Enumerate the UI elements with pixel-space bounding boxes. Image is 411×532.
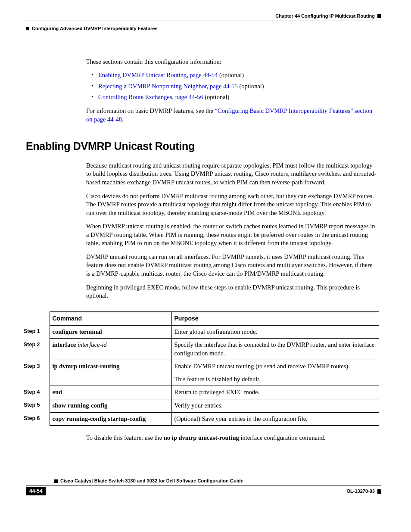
purpose-cell: Enter global configuration mode. — [171, 325, 379, 339]
disable-note: To disable this feature, use the no ip d… — [86, 434, 377, 442]
steps-table: Command Purpose Step 1 configure termina… — [24, 311, 379, 426]
empty-cell — [24, 312, 50, 325]
footer-square-icon — [54, 479, 58, 483]
disable-prefix: To disable this feature, use the — [86, 434, 164, 441]
table-header-row: Command Purpose — [24, 312, 379, 325]
list-item: Rejecting a DVMRP Nonpruning Neighbor, p… — [90, 82, 377, 91]
cmd-text: ip dvmrp unicast-routing — [53, 363, 120, 370]
step-label: Step 5 — [24, 399, 50, 412]
th-command: Command — [50, 312, 171, 325]
footer-title: Cisco Catalyst Blade Switch 3130 and 303… — [60, 478, 243, 483]
body-para: Beginning in privileged EXEC mode, follo… — [86, 283, 377, 300]
footer: Cisco Catalyst Blade Switch 3130 and 303… — [26, 478, 381, 495]
step-label: Step 6 — [24, 412, 50, 426]
page-number-badge: 44-54 — [26, 487, 46, 495]
header-chapter: Chapter 44 Configuring IP Multicast Rout… — [275, 13, 375, 19]
step-label: Step 4 — [24, 386, 50, 399]
disable-suffix: interface configuration command. — [239, 434, 326, 441]
cmd-text: show running-config — [53, 402, 108, 409]
cmd-cell: end — [50, 386, 171, 399]
step-label: Step 3 — [24, 360, 50, 386]
cmd-cell: show running-config — [50, 399, 171, 412]
purpose-cell: Specify the interface that is connected … — [171, 339, 379, 360]
cmd-cell: copy running-config startup-config — [50, 412, 171, 426]
content-area: These sections contain this configuratio… — [86, 58, 377, 124]
link-enabling[interactable]: Enabling DVMRP Unicast Routing, page 44-… — [98, 72, 218, 78]
doc-id-bar-icon — [377, 489, 381, 494]
cmd-text: configure terminal — [53, 328, 102, 335]
intro-lead: These sections contain this configuratio… — [86, 58, 377, 66]
document-page: Chapter 44 Configuring IP Multicast Rout… — [0, 0, 411, 508]
table-row: Step 5 show running-config Verify your e… — [24, 399, 379, 412]
body-paragraphs: Because multicast routing and unicast ro… — [86, 162, 377, 300]
body-para: Because multicast routing and unicast ro… — [86, 162, 377, 187]
step-label: Step 2 — [24, 339, 50, 360]
purpose-cell: Enable DVMRP unicast routing (to send an… — [171, 360, 379, 373]
more-prefix: For information on basic DVMRP features,… — [86, 107, 215, 114]
cmd-arg: interface-id — [76, 341, 106, 348]
table-row: Step 6 copy running-config startup-confi… — [24, 412, 379, 426]
header-chapter-line: Chapter 44 Configuring IP Multicast Rout… — [26, 13, 381, 19]
disable-cmd: no ip dvmrp unicast-routing — [164, 434, 239, 441]
section-heading: Enabling DVMRP Unicast Routing — [26, 139, 381, 154]
body-para: DVMRP unicast routing can run on all int… — [86, 253, 377, 278]
more-suffix: . — [122, 116, 124, 123]
bullet-suffix: (optional) — [238, 83, 264, 90]
link-rejecting[interactable]: Rejecting a DVMRP Nonpruning Neighbor, p… — [98, 83, 238, 90]
body-para: When DVMRP unicast routing is enabled, t… — [86, 222, 377, 248]
bullet-suffix: (optional) — [203, 93, 230, 100]
table-row: Step 3 ip dvmrp unicast-routing Enable D… — [24, 360, 379, 373]
step-label: Step 1 — [24, 325, 50, 339]
doc-id: OL-13270-03 — [347, 488, 375, 494]
intro-more: For information on basic DVMRP features,… — [86, 107, 377, 124]
header-section: Configuring Advanced DVMRP Interoperabil… — [32, 25, 158, 32]
bullet-suffix: (optional) — [218, 72, 244, 78]
cmd-cell: interface interface-id — [50, 339, 171, 360]
purpose-cell: (Optional) Save your entries in the conf… — [171, 412, 379, 426]
header-section-line: Configuring Advanced DVMRP Interoperabil… — [26, 25, 381, 32]
cmd-cell: ip dvmrp unicast-routing — [50, 360, 171, 386]
list-item: Controlling Route Exchanges, page 44-56 … — [90, 93, 377, 102]
purpose-cell: Verify your entries. — [171, 399, 379, 412]
header-rule — [26, 21, 381, 21]
cmd-text: end — [53, 389, 62, 395]
body-para: Cisco devices do not perform DVMRP multi… — [86, 192, 377, 218]
intro-bullets: Enabling DVMRP Unicast Routing, page 44-… — [90, 71, 377, 102]
footer-title-line: Cisco Catalyst Blade Switch 3130 and 303… — [26, 478, 381, 485]
doc-id-wrap: OL-13270-03 — [347, 487, 381, 495]
table-row: Step 4 end Return to privileged EXEC mod… — [24, 386, 379, 399]
list-item: Enabling DVMRP Unicast Routing, page 44-… — [90, 71, 377, 80]
link-controlling[interactable]: Controlling Route Exchanges, page 44-56 — [98, 93, 203, 100]
section-bar-icon — [26, 27, 29, 30]
purpose-cell-2: This feature is disabled by default. — [171, 373, 379, 386]
cmd-text: interface — [53, 341, 76, 348]
th-purpose: Purpose — [171, 312, 379, 325]
cmd-text: copy running-config startup-config — [53, 415, 146, 422]
header-bar-icon — [377, 14, 381, 18]
table-row: Step 2 interface interface-id Specify th… — [24, 339, 379, 360]
footer-row: 44-54 OL-13270-03 — [26, 487, 381, 495]
cmd-cell: configure terminal — [50, 325, 171, 339]
purpose-cell: Return to privileged EXEC mode. — [171, 386, 379, 399]
table-row: Step 1 configure terminal Enter global c… — [24, 325, 379, 339]
